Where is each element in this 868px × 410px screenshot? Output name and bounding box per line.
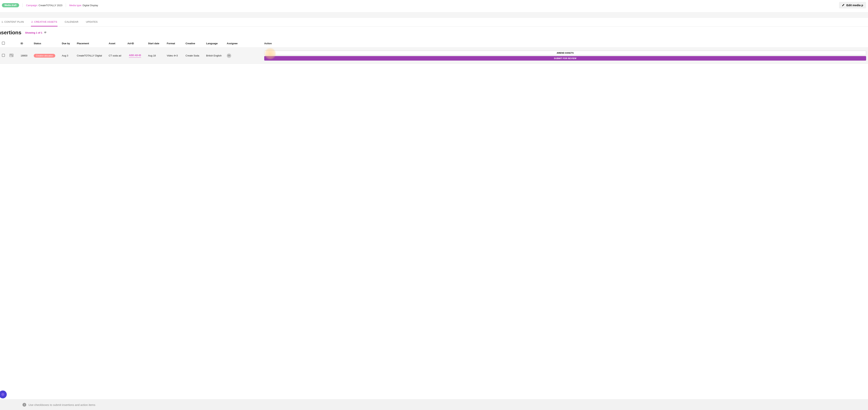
table-row[interactable]: 18800 Creative allocation Aug 3 CreateTO…	[0, 48, 868, 64]
action-buttons: AMEND ASSETS SUBMIT FOR REVIEW	[264, 51, 866, 61]
showing-text: Showing 1 of 1	[25, 31, 42, 34]
col-format: Format	[165, 39, 184, 48]
col-due: Due by	[60, 39, 75, 48]
spacer	[0, 12, 868, 18]
insertions-table: ID Status Due by Placement Asset Ad-ID S…	[0, 39, 868, 64]
edit-media-label: Edit media p	[846, 4, 863, 7]
page-title: nsertions	[0, 30, 21, 36]
mediatype-label: Media type:	[69, 4, 82, 7]
col-id: ID	[19, 39, 32, 48]
cell-language: British English	[204, 48, 225, 64]
amend-assets-button[interactable]: AMEND ASSETS	[264, 51, 866, 55]
cell-placement: CreateTOTALLY Digital	[75, 48, 107, 64]
divider	[66, 3, 66, 7]
table-header-row: ID Status Due by Placement Asset Ad-ID S…	[0, 39, 868, 48]
assignee-avatar[interactable]: DS	[227, 54, 231, 58]
mediatype-meta: Media type: Digital Display	[69, 4, 98, 7]
status-badge: Creative allocation	[34, 54, 55, 58]
col-placement: Placement	[75, 39, 107, 48]
col-creative: Creative	[184, 39, 204, 48]
cell-id: 18800	[19, 48, 32, 64]
pencil-icon	[842, 3, 845, 7]
mediatype-value-text: Digital Display	[83, 4, 98, 7]
col-status: Status	[32, 39, 60, 48]
media-draft-badge: Media draft	[2, 3, 19, 7]
edit-media-button[interactable]: Edit media p	[839, 2, 866, 8]
tab-calendar[interactable]: CALENDAR	[64, 18, 79, 26]
add-adid-button[interactable]: ADD AD-ID	[129, 54, 141, 58]
row-checkbox[interactable]	[2, 54, 5, 57]
col-assignee: Assignee	[225, 39, 262, 48]
cell-due: Aug 3	[60, 48, 75, 64]
campaign-meta: Campaign: CreateTOTALLY 2023	[26, 4, 62, 7]
tab-creative-assets[interactable]: 2. CREATIVE ASSETS	[31, 18, 58, 26]
refresh-icon[interactable]	[44, 31, 46, 34]
campaign-value-text: CreateTOTALLY 2023	[39, 4, 62, 7]
col-language: Language	[204, 39, 225, 48]
tab-content-plan[interactable]: 1. CONTENT PLAN	[1, 18, 24, 26]
col-asset: Asset	[107, 39, 126, 48]
title-row: nsertions Showing 1 of 1	[0, 27, 868, 39]
select-all-checkbox[interactable]	[2, 41, 5, 45]
col-action: Action	[262, 39, 868, 48]
campaign-label: Campaign:	[26, 4, 38, 7]
cell-format: Video 4×3	[165, 48, 184, 64]
tab-updates[interactable]: UPDATES	[86, 18, 98, 26]
col-start: Start date	[146, 39, 165, 48]
cell-start: Aug 18	[146, 48, 165, 64]
showing-count: Showing 1 of 1	[25, 31, 46, 34]
page-header: Media draft Campaign: CreateTOTALLY 2023…	[0, 0, 868, 12]
tabs: 1. CONTENT PLAN 2. CREATIVE ASSETS CALEN…	[0, 18, 868, 27]
cell-asset: CT soda ad	[107, 48, 126, 64]
header-left: Media draft Campaign: CreateTOTALLY 2023…	[2, 3, 98, 7]
image-icon[interactable]	[9, 54, 13, 57]
col-adid: Ad-ID	[126, 39, 146, 48]
submit-for-review-button[interactable]: SUBMIT FOR REVIEW	[264, 56, 866, 61]
cell-creative: Create Soda	[184, 48, 204, 64]
